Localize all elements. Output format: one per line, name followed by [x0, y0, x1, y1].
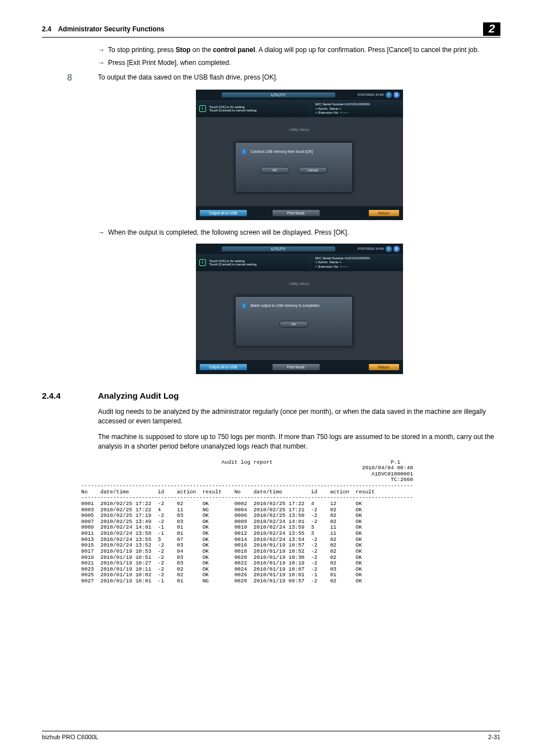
accessibility-icon[interactable]: ♿: [394, 92, 400, 98]
ok-button[interactable]: OK: [260, 167, 289, 174]
heading-title: Analyzing Audit Log: [98, 391, 179, 400]
dialog-text: Connect USB memory then touch [OK]: [251, 150, 313, 153]
step-8: 8 To output the data saved on the USB fl…: [98, 73, 500, 83]
ss-datetime: 07/07/2010 14:00: [358, 247, 384, 250]
ext-label: < Extension No. > -----: [315, 111, 398, 115]
admin-label: < Admin. Name >: [315, 107, 398, 111]
ss-tab-utility: UTILITY: [222, 92, 335, 97]
bullet-exit-print-mode: Press [Exit Print Mode], when completed.: [98, 58, 500, 68]
ok-button[interactable]: OK: [279, 321, 308, 328]
text: on the: [190, 46, 213, 54]
screenshot-usb-connect: UTILITY 07/07/2010 14:00 ? ♿ i Touch [OK…: [196, 90, 403, 220]
step-number: 8: [59, 73, 72, 83]
bullet-stop-printing: To stop printing, press Stop on the cont…: [98, 45, 500, 55]
heading-2-4-4: 2.4.4 Analyzing Audit Log: [98, 391, 500, 400]
serial-label: M/C Serial Number A1DV011000001: [315, 102, 398, 107]
info-icon: i: [199, 105, 206, 112]
text: To stop printing, press: [108, 46, 176, 54]
bullet-output-completed: When the output is completed, the follow…: [98, 228, 500, 237]
cancel-button[interactable]: Cancel: [298, 167, 327, 174]
bold-control-panel: control panel: [213, 46, 255, 54]
ss-tab-utility: UTILITY: [222, 246, 335, 251]
help-icon[interactable]: ?: [386, 92, 392, 98]
step-text: To output the data saved on the USB flas…: [98, 73, 500, 82]
para-1: Audit log needs to be analyzed by the ad…: [98, 407, 500, 427]
hint-line2: Touch [Cancel] to cancel setting: [209, 109, 257, 112]
output-all-to-usb-button[interactable]: Output all to USB: [199, 363, 247, 371]
ext-label: < Extension No. > -----: [315, 265, 398, 269]
footer-right: 2-31: [488, 734, 500, 740]
hint-line2: Touch [Cancel] to cancel setting: [209, 263, 257, 266]
return-button[interactable]: Return: [368, 209, 400, 217]
heading-number: 2.4.4: [42, 391, 98, 400]
page-header: 2.4 Administrator Security Functions 2: [42, 22, 500, 38]
help-icon[interactable]: ?: [386, 246, 392, 252]
dialog-output-completed: i Batch output to USB memory is complete…: [235, 296, 353, 347]
admin-label: < Admin. Name >: [315, 260, 398, 265]
dialog-connect-usb: i Connect USB memory then touch [OK] OK …: [235, 142, 353, 193]
info-icon: i: [199, 259, 206, 266]
dialog-text: Batch output to USB memory is completed.: [251, 304, 320, 307]
ss-subtab: Utility Menu: [196, 272, 403, 286]
accessibility-icon[interactable]: ♿: [394, 246, 400, 252]
screenshot-usb-completed: UTILITY 07/07/2010 14:00 ? ♿ i Touch [OK…: [196, 244, 403, 374]
serial-label: M/C Serial Number A1DV011000001: [315, 256, 398, 261]
section-number: 2.4: [42, 25, 51, 33]
print-mode-button[interactable]: Print Mode: [272, 209, 320, 217]
return-button[interactable]: Return: [368, 363, 400, 371]
footer-left: bizhub PRO C6000L: [42, 734, 99, 740]
text: . A dialog will pop up for confirmation.…: [255, 46, 479, 54]
section-title: Administrator Security Functions: [58, 25, 165, 33]
para-2: The machine is supposed to store up to 7…: [98, 432, 500, 452]
ss-subtab: Utility Menu: [196, 118, 403, 132]
bold-stop: Stop: [176, 46, 191, 54]
info-icon: i: [241, 148, 247, 155]
chapter-badge: 2: [483, 22, 500, 36]
ss-datetime: 07/07/2010 14:00: [358, 93, 384, 96]
output-all-to-usb-button[interactable]: Output all to USB: [199, 209, 247, 217]
page-footer: bizhub PRO C6000L 2-31: [42, 731, 500, 740]
print-mode-button[interactable]: Print Mode: [272, 363, 320, 371]
info-icon: i: [241, 302, 247, 309]
audit-log-report: Audit log report P.1 2010/04/04 08:40: [81, 460, 506, 585]
